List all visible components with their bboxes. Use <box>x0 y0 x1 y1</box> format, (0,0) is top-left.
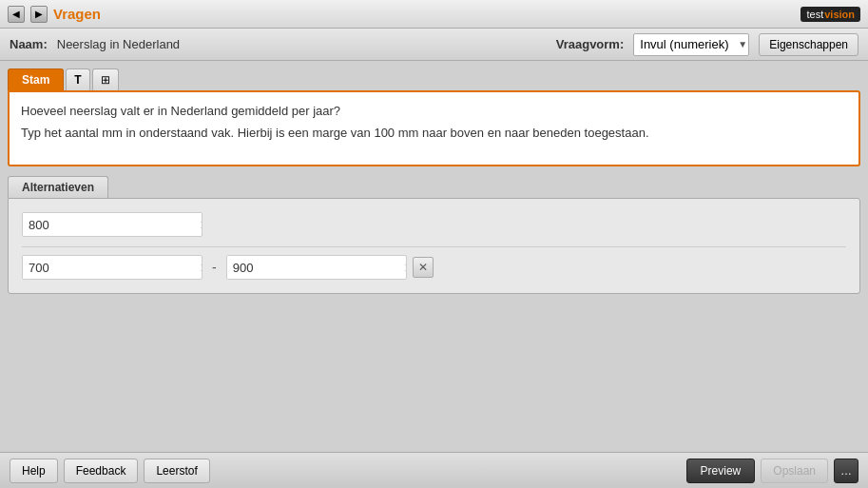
table-grid-icon: ⊞ <box>101 73 110 87</box>
page-title: Vragen <box>53 6 795 22</box>
preview-button[interactable]: Preview <box>686 459 756 483</box>
back-button[interactable]: ◀ <box>8 6 25 23</box>
leerstof-button[interactable]: Leerstof <box>144 459 209 483</box>
alternatieven-tab[interactable]: Alternatieven <box>8 176 108 198</box>
forward-button[interactable]: ▶ <box>30 6 48 23</box>
answer1-hint: 123 <box>194 219 203 230</box>
answer2-input2-box: 123 <box>226 255 407 280</box>
bottom-bar: Help Feedback Leerstof Preview Opslaan … <box>0 452 868 488</box>
opslaan-button: Opslaan <box>761 459 828 483</box>
range-dash: - <box>208 260 221 275</box>
answer2-input1[interactable] <box>23 256 194 279</box>
naam-label: Naam: <box>10 37 48 51</box>
testvision-logo: test vision <box>800 7 860 22</box>
tab-table[interactable]: ⊞ <box>92 68 119 90</box>
vraagvorm-label: Vraagvorm: <box>556 37 625 51</box>
answer1-input[interactable] <box>23 213 194 236</box>
alternatieven-section: Alternatieven 123 123 - <box>8 176 860 294</box>
stam-line2: Typ het aantal mm in onderstaand vak. Hi… <box>21 126 847 140</box>
answer2-input1-box: 123 <box>22 255 203 280</box>
answer2-hint1: 123 <box>194 262 203 273</box>
eigenschappen-button[interactable]: Eigenschappen <box>759 33 858 56</box>
answer-row-2: 123 - 123 ✕ <box>22 255 846 280</box>
title-bar: ◀ ▶ Vragen test vision <box>0 0 868 29</box>
main-content: Stam T ⊞ Hoeveel neerslag valt er in Ned… <box>0 61 868 452</box>
delete-answer2-button[interactable]: ✕ <box>413 257 434 278</box>
vraagvorm-select[interactable]: Invul (numeriek) Meerkeuze Open <box>633 33 749 56</box>
header-row: Naam: Neerslag in Nederland Vraagvorm: I… <box>0 29 868 61</box>
feedback-button[interactable]: Feedback <box>64 459 139 483</box>
answer-row-1: 123 <box>22 212 846 237</box>
help-button[interactable]: Help <box>10 459 58 483</box>
alternatieven-panel: 123 123 - 123 ✕ <box>8 198 860 294</box>
vraagvorm-select-wrapper: Invul (numeriek) Meerkeuze Open ▼ <box>633 33 749 56</box>
more-button[interactable]: … <box>834 459 858 483</box>
tab-bar: Stam T ⊞ <box>8 68 860 90</box>
naam-value: Neerslag in Nederland <box>57 37 180 51</box>
stam-panel: Hoeveel neerslag valt er in Nederland ge… <box>8 90 860 166</box>
answer1-input-box: 123 <box>22 212 203 237</box>
answer2-input2[interactable] <box>227 256 398 279</box>
tab-stam[interactable]: Stam <box>8 68 64 90</box>
stam-line1: Hoeveel neerslag valt er in Nederland ge… <box>21 104 847 118</box>
divider <box>22 246 846 247</box>
answer2-hint2: 123 <box>398 262 407 273</box>
tab-T[interactable]: T <box>66 68 89 90</box>
